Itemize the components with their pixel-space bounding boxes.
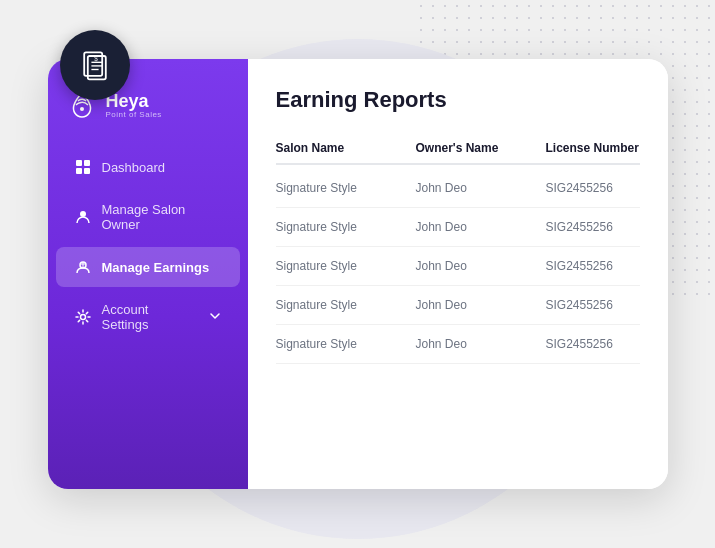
svg-rect-7	[76, 160, 82, 166]
svg-rect-9	[76, 168, 82, 174]
chevron-down-icon	[208, 309, 222, 326]
table-row: Signature Style John Deo SIG2455256 +84 …	[276, 169, 640, 208]
table-row: Signature Style John Deo SIG2455256 +84 …	[276, 325, 640, 364]
cell-license-2: SIG2455256	[546, 259, 668, 273]
dashboard-icon	[74, 158, 92, 176]
cell-salon-2: Signature Style	[276, 259, 416, 273]
col-owner-name: Owner's Name	[416, 141, 546, 155]
cell-salon-0: Signature Style	[276, 181, 416, 195]
cell-owner-2: John Deo	[416, 259, 546, 273]
sidebar-item-manage-earnings[interactable]: Manage Earnings	[56, 247, 240, 287]
cell-salon-3: Signature Style	[276, 298, 416, 312]
table-header: Salon Name Owner's Name License Number C…	[276, 133, 640, 165]
cell-salon-4: Signature Style	[276, 337, 416, 351]
user-icon	[74, 208, 92, 226]
earnings-icon	[74, 258, 92, 276]
svg-point-11	[80, 211, 86, 217]
logo-text: Heya Point of Sales	[106, 92, 162, 119]
table-row: Signature Style John Deo SIG2455256 +84 …	[276, 247, 640, 286]
app-subtitle: Point of Sales	[106, 110, 162, 119]
cell-salon-1: Signature Style	[276, 220, 416, 234]
manage-earnings-label: Manage Earnings	[102, 260, 210, 275]
svg-rect-8	[84, 160, 90, 166]
col-license: License Number	[546, 141, 668, 155]
cell-owner-1: John Deo	[416, 220, 546, 234]
main-content: Earning Reports Salon Name Owner's Name …	[248, 59, 668, 489]
table-row: Signature Style John Deo SIG2455256 +84 …	[276, 208, 640, 247]
svg-point-6	[80, 107, 84, 111]
svg-rect-10	[84, 168, 90, 174]
sidebar-item-manage-salon[interactable]: Manage Salon Owner	[56, 191, 240, 243]
cell-owner-4: John Deo	[416, 337, 546, 351]
col-salon-name: Salon Name	[276, 141, 416, 155]
sidebar: Heya Point of Sales Dashboard	[48, 59, 248, 489]
cell-owner-0: John Deo	[416, 181, 546, 195]
page-title: Earning Reports	[276, 87, 640, 113]
cell-license-4: SIG2455256	[546, 337, 668, 351]
manage-salon-label: Manage Salon Owner	[102, 202, 222, 232]
svg-text:$: $	[94, 55, 98, 62]
account-settings-label: Account Settings	[102, 302, 198, 332]
dashboard-label: Dashboard	[102, 160, 166, 175]
main-card: Heya Point of Sales Dashboard	[48, 59, 668, 489]
table-row: Signature Style John Deo SIG2455256 +84 …	[276, 286, 640, 325]
earnings-table: Salon Name Owner's Name License Number C…	[276, 133, 640, 364]
sidebar-item-account-settings[interactable]: Account Settings	[56, 291, 240, 343]
svg-point-13	[80, 315, 85, 320]
settings-icon	[74, 308, 92, 326]
sidebar-item-dashboard[interactable]: Dashboard	[56, 147, 240, 187]
cell-license-3: SIG2455256	[546, 298, 668, 312]
cell-license-0: SIG2455256	[546, 181, 668, 195]
receipt-icon-bubble: $	[60, 30, 130, 100]
cell-license-1: SIG2455256	[546, 220, 668, 234]
cell-owner-3: John Deo	[416, 298, 546, 312]
